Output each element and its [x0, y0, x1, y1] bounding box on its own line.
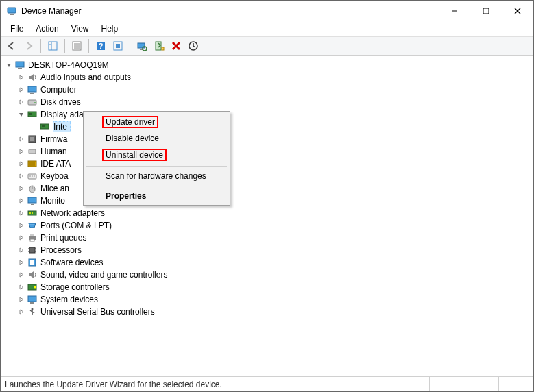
highlight-box: Uninstall device — [102, 149, 167, 161]
svg-rect-34 — [42, 125, 45, 127]
ctx-scan-hardware[interactable]: Scan for hardware changes — [85, 169, 228, 184]
category-computer[interactable]: Computer — [1, 84, 533, 96]
chevron-right-icon[interactable] — [16, 158, 27, 169]
mouse-icon — [27, 183, 38, 194]
chevron-right-icon[interactable] — [16, 97, 27, 108]
category-audio[interactable]: Audio inputs and outputs — [1, 71, 533, 84]
scan-hardware-button[interactable] — [134, 38, 150, 54]
ctx-disable-device[interactable]: Disable device — [85, 131, 228, 146]
svg-rect-26 — [18, 68, 22, 69]
category-label: Human — [40, 147, 67, 156]
uninstall-device-toolbar-button[interactable] — [168, 38, 184, 54]
category-network[interactable]: Network adapters — [1, 207, 533, 219]
chevron-right-icon[interactable] — [16, 146, 27, 157]
chevron-right-icon[interactable] — [16, 134, 27, 145]
menu-file[interactable]: File — [5, 23, 29, 35]
category-display[interactable]: Display adapters — [1, 108, 533, 121]
minimize-button[interactable] — [439, 1, 470, 21]
status-cell — [430, 377, 498, 391]
svg-rect-25 — [16, 62, 24, 67]
disk-icon — [27, 97, 38, 108]
category-sound[interactable]: Sound, video and game controllers — [1, 269, 533, 281]
printer-icon — [27, 232, 38, 243]
chevron-right-icon[interactable] — [16, 269, 27, 280]
device-tree: DESKTOP-4AOQ19M Audio inputs and outputs… — [1, 56, 533, 321]
display-adapter-icon — [27, 109, 38, 120]
chevron-down-icon[interactable] — [16, 109, 27, 120]
chevron-right-icon[interactable] — [16, 195, 27, 206]
disable-device-toolbar-button[interactable] — [185, 38, 202, 54]
tree-root[interactable]: DESKTOP-4AOQ19M — [1, 59, 533, 71]
category-firmware[interactable]: Firmwa — [1, 133, 533, 145]
chevron-right-icon[interactable] — [16, 257, 27, 268]
category-software[interactable]: Software devices — [1, 256, 533, 269]
chevron-right-icon[interactable] — [16, 245, 27, 256]
menu-view[interactable]: View — [66, 23, 95, 35]
chevron-right-icon[interactable] — [16, 72, 27, 83]
ctx-uninstall-device[interactable]: Uninstall device — [85, 146, 228, 164]
svg-rect-49 — [31, 204, 34, 205]
sound-icon — [27, 269, 38, 280]
toolbar: ? — [1, 36, 533, 56]
category-label: Keyboa — [40, 171, 69, 181]
menu-action[interactable]: Action — [30, 23, 64, 35]
svg-rect-58 — [30, 239, 34, 241]
category-label: Mice an — [40, 184, 69, 193]
chevron-right-icon[interactable] — [16, 84, 27, 95]
category-label: Processors — [40, 245, 82, 255]
svg-rect-0 — [8, 8, 16, 13]
action-toolbar-button[interactable] — [110, 38, 126, 54]
help-button[interactable]: ? — [93, 38, 109, 54]
category-label: Storage controllers — [40, 282, 110, 292]
category-system[interactable]: System devices — [1, 293, 533, 306]
forward-button[interactable] — [21, 38, 37, 54]
category-printers[interactable]: Print queues — [1, 232, 533, 244]
category-monitor[interactable]: Monito — [1, 195, 533, 207]
svg-rect-36 — [30, 137, 34, 141]
highlight-box: Update driver — [102, 116, 158, 128]
properties-button[interactable] — [69, 38, 85, 54]
show-hide-tree-button[interactable] — [45, 38, 61, 54]
category-disk[interactable]: Disk drives — [1, 96, 533, 108]
toolbar-separator — [88, 39, 89, 53]
category-hid[interactable]: Human — [1, 145, 533, 158]
category-processors[interactable]: Processors — [1, 244, 533, 256]
ctx-properties[interactable]: Properties — [85, 188, 228, 204]
maximize-button[interactable] — [470, 1, 502, 21]
chevron-right-icon[interactable] — [16, 208, 27, 219]
chevron-right-icon[interactable] — [16, 171, 27, 182]
chevron-right-icon[interactable] — [16, 183, 27, 194]
category-ide[interactable]: IDE ATA — [1, 158, 533, 170]
category-mouse[interactable]: Mice an — [1, 182, 533, 195]
close-button[interactable] — [502, 1, 533, 21]
category-label: System devices — [40, 295, 98, 304]
chevron-right-icon[interactable] — [16, 220, 27, 231]
svg-point-45 — [34, 175, 35, 177]
category-usb[interactable]: Universal Serial Bus controllers — [1, 306, 533, 318]
svg-rect-16 — [116, 44, 120, 48]
svg-point-44 — [32, 175, 33, 177]
tree-view-pane[interactable]: DESKTOP-4AOQ19M Audio inputs and outputs… — [1, 56, 533, 376]
chevron-right-icon[interactable] — [16, 282, 27, 293]
chevron-right-icon[interactable] — [16, 232, 27, 243]
svg-rect-1 — [10, 14, 14, 15]
device-intel-display[interactable]: Inte — [1, 121, 533, 133]
menu-help[interactable]: Help — [96, 23, 124, 35]
chevron-right-icon[interactable] — [16, 306, 27, 317]
svg-point-54 — [32, 224, 32, 225]
svg-rect-48 — [28, 197, 36, 203]
ctx-update-driver[interactable]: Update driver — [85, 113, 228, 131]
menubar: File Action View Help — [1, 21, 533, 36]
tree-root-label: DESKTOP-4AOQ19M — [28, 60, 109, 70]
chevron-down-icon[interactable] — [3, 60, 14, 71]
svg-rect-32 — [29, 113, 32, 115]
category-keyboard[interactable]: Keyboa — [1, 170, 533, 182]
svg-text:?: ? — [99, 42, 104, 50]
chevron-right-icon[interactable] — [16, 294, 27, 305]
category-storage[interactable]: Storage controllers — [1, 281, 533, 293]
device-manager-window: Device Manager File Action View Help — [0, 0, 534, 392]
svg-rect-37 — [29, 149, 36, 154]
update-driver-toolbar-button[interactable] — [151, 38, 167, 54]
back-button[interactable] — [3, 38, 20, 54]
category-ports[interactable]: Ports (COM & LPT) — [1, 219, 533, 232]
